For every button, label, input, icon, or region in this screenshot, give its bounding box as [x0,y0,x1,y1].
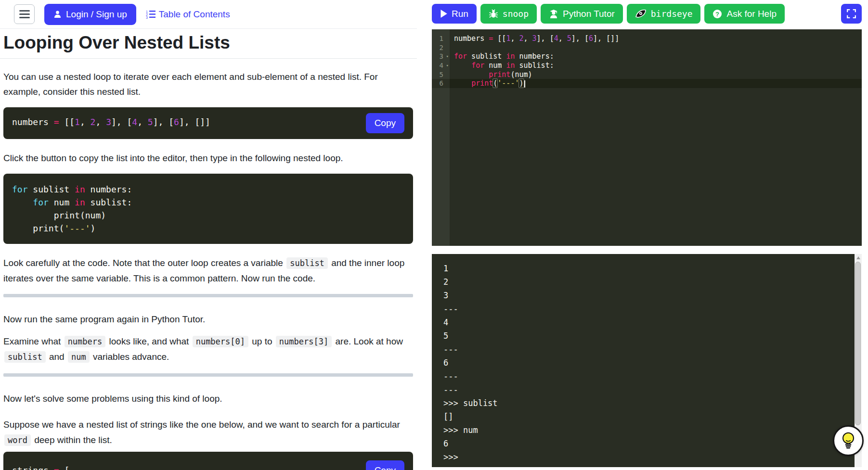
inline-code-sublist: sublist [286,257,328,269]
console-line: 2 [443,275,847,289]
editor-code-text [450,43,862,52]
copy-button[interactable]: Copy [366,113,404,133]
line-number: 2 [432,43,450,52]
hamburger-icon [19,10,30,12]
console-line: --- [443,369,847,383]
code-line: print(num) [12,209,404,222]
ide-toolbar: Run snoop [432,0,862,24]
paragraph-python-tutor: Now run the same program again in Python… [3,312,413,327]
console-line: >>> sublist [443,396,847,410]
lightbulb-icon [838,431,858,451]
paragraph-solve-problems: Now let's solve some problems using this… [3,391,413,406]
inline-code-numbers3: numbers[3] [276,336,332,347]
line-number: 5 [432,70,450,79]
scrollbar-up-arrow[interactable] [855,255,862,260]
line-number: 1 [432,34,450,43]
inline-code-word: word [4,434,31,446]
paragraph-intro: You can use a nested loop to iterate ove… [3,69,413,100]
snoop-button[interactable]: snoop [480,4,537,24]
paragraph-look-carefully: Look carefully at the code. Note that th… [3,255,413,286]
code-block-numbers: numbers = [[1, 2, 3], [4, 5], [6], []] C… [3,107,413,139]
console-line: 5 [443,329,847,343]
line-number: 4▾ [432,61,450,70]
paragraph-strings-intro: Suppose we have a nested list of strings… [3,417,413,448]
section-divider [3,373,413,377]
code-block-strings: strings = [ Copy [3,452,413,470]
console-line: 6 [443,437,847,450]
code-line: for num in sublist: [12,196,404,209]
scrollbar-thumb[interactable] [855,262,861,425]
editor-line: 6 print('---') [432,79,862,88]
menu-button[interactable] [14,4,35,24]
svg-text:?: ? [716,10,720,17]
lesson-panel: Login / Sign up 1 2 3 Table of Contents … [0,0,417,470]
fold-arrow-icon[interactable]: ▾ [446,54,449,59]
console-line: >>> [443,450,847,464]
editor-code-text: for num in sublist: [450,61,862,70]
section-divider [3,294,413,297]
fold-arrow-icon[interactable]: ▾ [446,63,449,68]
code-editor[interactable]: 1numbers = [[1, 2, 3], [4, 5], [6], []]2… [432,29,862,246]
graduate-icon [549,9,558,19]
login-button[interactable]: Login / Sign up [44,4,136,25]
toc-label: Table of Contents [159,9,230,20]
code-block-loop: for sublist in numbers: for num in subli… [3,174,413,244]
line-number: 3▾ [432,52,450,61]
console-line: --- [443,383,847,396]
question-icon: ? [713,9,722,19]
editor-code-text: numbers = [[1, 2, 3], [4, 5], [6], []] [450,34,862,43]
copy-button[interactable]: Copy [366,460,404,470]
hint-lightbulb-button[interactable] [833,425,864,456]
ide-panel: Run snoop [432,0,862,470]
code-line: for sublist in numbers: [12,183,404,196]
paragraph-examine: Examine what numbers looks like, and wha… [3,334,413,365]
output-console[interactable]: 123---45---6------>>> sublist[]>>> num6>… [432,254,862,467]
console-line: 4 [443,316,847,329]
editor-line: 4▾ for num in sublist: [432,61,862,70]
run-button[interactable]: Run [432,4,477,24]
fullscreen-icon [847,9,856,18]
inline-code-numbers0: numbers[0] [193,336,248,347]
login-label: Login / Sign up [66,9,127,20]
svg-text:3: 3 [146,16,148,19]
user-icon [53,10,62,18]
editor-line: 1numbers = [[1, 2, 3], [4, 5], [6], []] [432,34,862,43]
editor-lines: 1numbers = [[1, 2, 3], [4, 5], [6], []]2… [432,29,862,88]
editor-code-text: print(num) [450,70,862,79]
birdseye-icon [635,9,647,19]
console-line: 1 [443,262,847,275]
title-divider [0,58,417,59]
console-line: 6 [443,356,847,369]
console-line: --- [443,343,847,356]
bug-icon [489,9,498,19]
editor-code-text: for sublist in numbers: [450,52,862,61]
console-lines: 123---45---6------>>> sublist[]>>> num6>… [432,254,862,464]
editor-line: 3▾for sublist in numbers: [432,52,862,61]
code-text: numbers = [[1, 2, 3], [4, 5], [6], []] [12,117,210,130]
fullscreen-button[interactable] [841,4,862,24]
text-cursor [524,80,525,88]
line-number: 6 [432,79,450,88]
editor-line: 5 print(num) [432,70,862,79]
inline-code-num: num [68,351,90,363]
paragraph-copy-instruction: Click the button to copy the list into t… [3,151,413,166]
python-tutor-button[interactable]: Python Tutor [541,4,623,24]
console-line: 3 [443,289,847,302]
play-icon [440,10,447,18]
table-of-contents-link[interactable]: 1 2 3 Table of Contents [146,9,230,20]
console-line: [] [443,410,847,423]
editor-code-text: print('---') [450,79,862,88]
console-line: >>> num [443,423,847,437]
inline-code-numbers: numbers [65,336,106,347]
console-line: --- [443,302,847,316]
futurecoder-app: Login / Sign up 1 2 3 Table of Contents … [0,0,868,470]
lesson-header: Login / Sign up 1 2 3 Table of Contents [0,0,417,29]
inline-code-sublist2: sublist [4,351,46,363]
page-title: Looping Over Nested Lists [3,33,413,53]
ask-for-help-button[interactable]: ? Ask for Help [704,4,784,24]
editor-line: 2 [432,43,862,52]
code-line: print('---') [12,222,404,235]
birdseye-button[interactable]: birdseye [627,4,701,24]
numbered-list-icon: 1 2 3 [146,10,156,19]
code-text: strings = [ [12,465,69,470]
